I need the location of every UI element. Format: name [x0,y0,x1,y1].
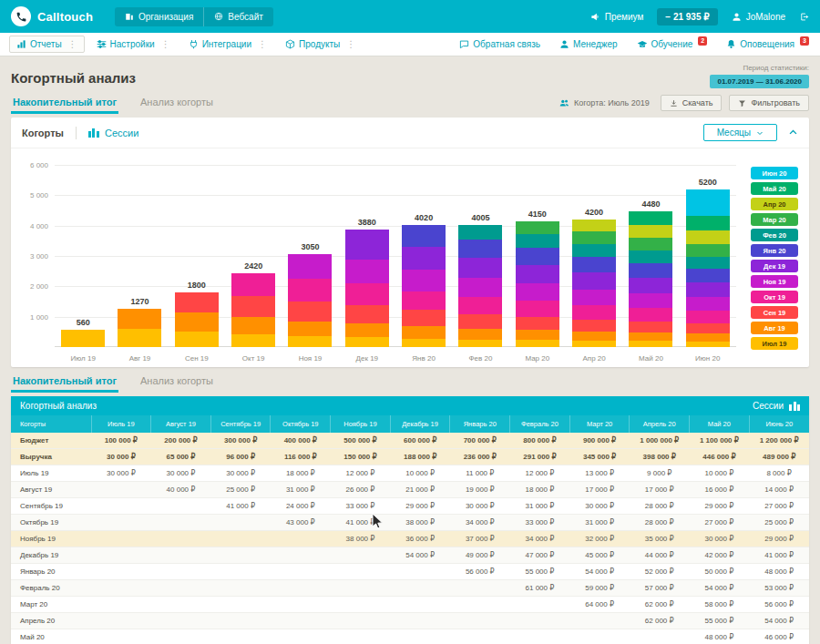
bar-segment-Дек 19[interactable] [516,265,559,284]
bar-segment-Авг 19[interactable] [345,323,389,337]
bar-segment-Окт 19[interactable] [231,273,275,296]
bar-Янв 20[interactable]: 4020Янв 20 [402,225,446,347]
bar-segment-Дек 19[interactable] [458,258,502,279]
bar-Окт 19[interactable]: 2420Окт 19 [231,273,275,347]
organization-button[interactable]: Организация [115,7,203,26]
bar-segment-Авг 19[interactable] [686,333,730,342]
legend-item-Май 20[interactable]: Май 20 [751,182,798,195]
legend-item-Фев 20[interactable]: Фев 20 [751,229,798,241]
table-row-Выручка[interactable]: Выручка30 000 ₽65 000 ₽96 000 ₽116 000 ₽… [11,449,809,465]
bar-segment-Сен 19[interactable] [516,317,559,331]
bar-segment-Окт 19[interactable] [402,291,446,311]
bar-Ноя 19[interactable]: 3050Ноя 19 [288,254,332,347]
bar-segment-Дек 19[interactable] [402,247,446,270]
kebab-menu-icon[interactable]: ⋮ [161,39,170,49]
kebab-menu-icon[interactable]: ⋮ [258,39,267,49]
bar-segment-Июл 19[interactable] [118,329,161,347]
bar-Авг 19[interactable]: 1270Авг 19 [118,309,161,347]
legend-item-Сен 19[interactable]: Сен 19 [751,306,798,319]
bar-segment-Дек 19[interactable] [572,272,616,290]
column-header-Март 20[interactable]: Март 20 [569,415,630,433]
bar-segment-Окт 19[interactable] [458,297,502,314]
bar-segment-Янв 20[interactable] [458,240,502,258]
nav-item-alerts[interactable]: Оповещения 3 [724,36,811,53]
bar-segment-Дек 19[interactable] [629,278,672,293]
column-header-Июнь 20[interactable]: Июнь 20 [749,415,809,433]
chart-tab-cohorts[interactable]: Когорты [22,128,64,138]
bar-segment-Ноя 19[interactable] [516,283,559,301]
bar-segment-Ноя 19[interactable] [402,270,446,291]
bar-segment-Май 20[interactable] [629,211,672,226]
table-row-Бюджет[interactable]: Бюджет100 000 ₽200 000 ₽300 000 ₽400 000… [11,433,809,449]
legend-item-Дек 19[interactable]: Дек 19 [751,260,798,272]
bar-segment-Дек 19[interactable] [345,230,389,260]
bar-segment-Окт 19[interactable] [288,279,332,302]
column-header-Май 20[interactable]: Май 20 [690,415,750,433]
table-row-Октябрь 19[interactable]: Октябрь 1943 000 ₽41 000 ₽38 000 ₽34 000… [11,515,809,531]
kebab-menu-icon[interactable]: ⋮ [346,39,355,49]
column-header-Февраль 20[interactable]: Февраль 20 [510,415,570,433]
bar-segment-Май 20[interactable] [686,216,730,231]
table-row-Май 20[interactable]: Май 2048 000 ₽46 000 ₽ [11,629,809,644]
bar-segment-Сен 19[interactable] [345,305,389,323]
bar-segment-Янв 20[interactable] [402,225,446,247]
bar-segment-Сен 19[interactable] [686,323,730,333]
bar-segment-Авг 19[interactable] [288,322,332,337]
bar-Дек 19[interactable]: 3880Дек 19 [345,230,389,347]
bar-segment-Авг 19[interactable] [231,317,275,334]
bar-segment-Ноя 19[interactable] [288,254,332,279]
premium-item[interactable]: Премиум [590,12,644,22]
bar-segment-Мар 20[interactable] [686,244,730,257]
bar-segment-Сен 19[interactable] [175,292,219,312]
bar-segment-Авг 19[interactable] [175,312,219,332]
bar-segment-Июл 19[interactable] [288,336,332,347]
bar-segment-Фев 20[interactable] [516,234,559,248]
bar-segment-Янв 20[interactable] [686,269,730,282]
download-button[interactable]: Скачать [661,95,723,111]
bar-segment-Сен 19[interactable] [402,310,446,326]
bar-segment-Авг 19[interactable] [118,309,161,329]
bar-Мар 20[interactable]: 4150Мар 20 [516,221,559,347]
column-header-Июль 19[interactable]: Июль 19 [91,415,151,433]
bar-segment-Фев 20[interactable] [629,250,672,263]
balance-badge[interactable]: − 21 935 ₽ [657,8,717,26]
tab-cumulative-total-2[interactable]: Накопительный итог [11,371,118,393]
bar-segment-Ноя 19[interactable] [686,297,730,311]
column-header-Декабрь 19[interactable]: Декабрь 19 [390,415,450,433]
table-row-Январь 20[interactable]: Январь 2056 000 ₽55 000 ₽54 000 ₽52 000 … [11,564,809,580]
bar-segment-Мар 20[interactable] [629,238,672,250]
bar-segment-Ноя 19[interactable] [629,293,672,308]
bar-segment-Фев 20[interactable] [572,244,616,257]
bar-segment-Окт 19[interactable] [686,311,730,322]
bar-segment-Апр 20[interactable] [572,220,616,231]
column-header-Апрель 20[interactable]: Апрель 20 [630,415,690,433]
bar-segment-Авг 19[interactable] [572,332,616,341]
bar-segment-Июн 20[interactable] [686,189,730,216]
bar-segment-Сен 19[interactable] [629,322,672,332]
bar-segment-Окт 19[interactable] [345,283,389,304]
bar-segment-Янв 20[interactable] [516,248,559,265]
filter-button[interactable]: Фильтровать [729,95,809,111]
bar-segment-Мар 20[interactable] [516,221,559,235]
bar-segment-Июл 19[interactable] [231,334,275,347]
table-row-Декабрь 19[interactable]: Декабрь 1954 000 ₽49 000 ₽47 000 ₽45 000… [11,547,809,564]
nav-item-reports[interactable]: Отчеты ⋮ [9,36,85,53]
bar-segment-Авг 19[interactable] [458,329,502,340]
bar-segment-Июл 19[interactable] [402,339,446,347]
bar-segment-Окт 19[interactable] [572,305,616,320]
bar-Июл 19[interactable]: 560Июл 19 [61,330,105,347]
legend-item-Окт 19[interactable]: Окт 19 [751,291,798,303]
bar-segment-Ноя 19[interactable] [572,290,616,305]
bar-Май 20[interactable]: 4480Май 20 [629,211,672,347]
bar-segment-Июл 19[interactable] [345,337,389,347]
bar-segment-Июл 19[interactable] [572,341,616,347]
period-date-range[interactable]: 01.07.2019 — 31.06.2020 [710,75,809,88]
legend-item-Июл 19[interactable]: Июл 19 [751,337,798,350]
website-button[interactable]: Вебсайт [203,7,272,26]
nav-item-education[interactable]: Обучение 2 [635,36,710,53]
bar-segment-Июл 19[interactable] [61,330,105,347]
table-row-Апрель 20[interactable]: Апрель 2062 000 ₽55 000 ₽54 000 ₽ [11,613,809,629]
bar-segment-Янв 20[interactable] [629,263,672,278]
nav-item-products[interactable]: Продукты ⋮ [279,36,362,52]
legend-item-Апр 20[interactable]: Апр 20 [751,198,798,210]
